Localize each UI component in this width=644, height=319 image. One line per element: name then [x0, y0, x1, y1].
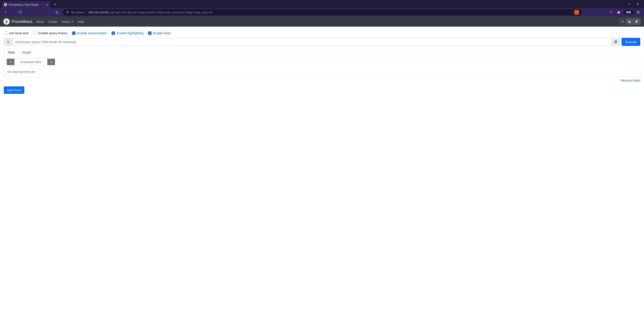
caret-down-icon	[72, 21, 73, 22]
insecure-warning-icon	[66, 10, 69, 14]
highlighting-checkbox[interactable]	[112, 32, 115, 35]
url-host: 168.119.119.25	[88, 11, 107, 14]
browser-tab[interactable]: Prometheus Time Series ×	[2, 1, 50, 8]
prometheus-app: Prometheus Alerts Graph Status Help	[0, 16, 644, 319]
extensions-icon[interactable]	[616, 9, 622, 16]
browser-toolbar: Not secure │ 168.119.119.25 /graph?g0.ex…	[0, 8, 644, 16]
use-local-time-label: Use local time	[9, 31, 29, 35]
prometheus-favicon-icon	[4, 3, 7, 6]
separator: │	[571, 11, 572, 14]
theme-contrast-button[interactable]	[633, 18, 640, 25]
autocomplete-label: Enable autocomplete	[77, 31, 107, 35]
expression-input-group	[4, 38, 620, 46]
bookmark-button[interactable]	[54, 9, 60, 16]
theme-light-button[interactable]	[619, 18, 626, 25]
svg-point-7	[622, 21, 623, 22]
nav-link-status-label: Status	[62, 20, 70, 24]
eval-time-increment-button[interactable]	[47, 59, 55, 65]
query-row: Execute	[4, 38, 640, 46]
browser-window: Prometheus Time Series × + ✕ Not s	[0, 0, 644, 319]
highlighting-label: Enable highlighting	[117, 31, 144, 35]
reload-button[interactable]	[17, 9, 23, 16]
linter-checkbox[interactable]	[148, 32, 152, 35]
globe-icon[interactable]	[611, 38, 620, 46]
content-area: Use local time Enable query history Enab…	[0, 26, 644, 319]
security-label: Not secure	[71, 11, 84, 14]
tab-title: Prometheus Time Series	[9, 3, 39, 6]
option-highlighting: Enable highlighting	[112, 31, 144, 35]
query-history-checkbox[interactable]	[34, 32, 37, 35]
remove-panel-link[interactable]: Remove Panel	[4, 79, 640, 82]
theme-dark-button[interactable]	[626, 18, 633, 25]
expression-input[interactable]	[13, 38, 611, 46]
autocomplete-checkbox[interactable]	[72, 32, 76, 35]
no-data-message: No data queried yet	[6, 69, 638, 74]
theme-toggle-group	[619, 18, 640, 25]
brand-name: Prometheus	[12, 20, 32, 24]
options-row: Use local time Enable query history Enab…	[4, 30, 640, 38]
nav-link-status[interactable]: Status	[62, 20, 73, 24]
use-local-time-checkbox[interactable]	[4, 32, 7, 35]
search-icon	[4, 38, 13, 46]
incognito-badge[interactable]	[623, 10, 634, 14]
app-navbar: Prometheus Alerts Graph Status Help	[0, 16, 644, 26]
result-panel: Evaluation time No data queried yet	[4, 56, 640, 77]
pocket-icon[interactable]	[608, 9, 614, 16]
svg-rect-2	[628, 12, 630, 13]
tab-close-button[interactable]: ×	[46, 3, 48, 6]
add-panel-button[interactable]: Add Panel	[4, 86, 24, 94]
brand[interactable]: Prometheus	[4, 18, 32, 25]
option-autocomplete: Enable autocomplete	[72, 31, 107, 35]
forward-button[interactable]	[10, 9, 16, 16]
browser-title-bar: Prometheus Time Series × + ✕	[0, 0, 644, 8]
result-tabs: Table Graph	[4, 48, 640, 56]
eval-time-label[interactable]: Evaluation time	[14, 59, 47, 65]
option-linter: Enable linter	[148, 31, 171, 35]
tab-table[interactable]: Table	[4, 48, 18, 56]
back-button[interactable]	[2, 9, 9, 16]
nav-link-alerts[interactable]: Alerts	[36, 20, 44, 24]
execute-button[interactable]: Execute	[622, 38, 640, 46]
linter-label: Enable linter	[153, 31, 171, 35]
option-use-local-time: Use local time	[4, 31, 29, 35]
eval-time-decrement-button[interactable]	[7, 59, 14, 65]
brave-shield-icon[interactable]	[574, 10, 579, 14]
svg-rect-3	[626, 12, 631, 12]
nav-link-graph[interactable]: Graph	[48, 20, 57, 24]
svg-point-9	[8, 41, 9, 43]
window-controls: ✕	[625, 1, 644, 7]
nav-link-help[interactable]: Help	[78, 20, 84, 24]
window-close-button[interactable]: ✕	[634, 1, 642, 7]
new-tab-button[interactable]: +	[52, 2, 58, 8]
option-query-history: Enable query history	[34, 31, 68, 35]
svg-line-10	[9, 42, 10, 43]
tab-graph[interactable]: Graph	[18, 48, 35, 56]
url-path: /graph?g0.expr=&g0.tab=1&g0.stacked=0&g0…	[107, 11, 212, 14]
evaluation-time-control: Evaluation time	[6, 58, 55, 65]
browser-menu-button[interactable]	[635, 9, 642, 16]
prometheus-logo-icon	[4, 18, 10, 25]
window-minimize-button[interactable]	[625, 1, 634, 7]
separator: │	[85, 11, 87, 14]
address-bar[interactable]: Not secure │ 168.119.119.25 /graph?g0.ex…	[63, 9, 582, 16]
query-history-label: Enable query history	[38, 31, 68, 35]
nav-links: Alerts Graph Status Help	[36, 20, 84, 24]
